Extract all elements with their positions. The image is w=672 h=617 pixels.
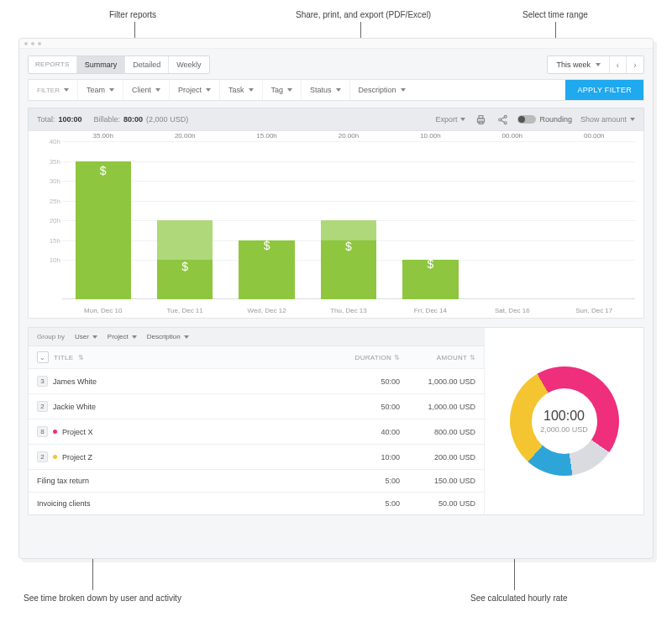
- svg-point-3: [504, 115, 507, 118]
- sort-icon: ⇅: [470, 354, 475, 361]
- annotation-share-export: Share, print, and export (PDF/Excel): [296, 10, 431, 19]
- bar: [566, 298, 622, 299]
- table-row[interactable]: 2Project Z10:00200.00 USD: [29, 445, 484, 470]
- xtick: Wed, Dec 12: [226, 307, 307, 314]
- caret-down-icon: [155, 88, 160, 92]
- filter-tag[interactable]: Tag: [263, 80, 302, 100]
- filter-client[interactable]: Client: [123, 80, 170, 100]
- project-color-dot: [53, 455, 57, 459]
- row-duration: 5:00: [341, 477, 400, 485]
- donut-panel: 100:00 2,000.00 USD: [484, 328, 643, 514]
- caret-down-icon: [249, 88, 254, 92]
- dollar-icon: $: [181, 260, 188, 273]
- caret-down-icon: [401, 88, 406, 92]
- billable-amount: (2,000 USD): [146, 115, 188, 124]
- annotation-time-range: Select time range: [522, 10, 588, 19]
- filter-team[interactable]: Team: [78, 80, 123, 100]
- groupby-user[interactable]: User: [75, 333, 97, 340]
- caret-down-icon: [132, 335, 137, 339]
- table-header: ⌄ TITLE ⇅ DURATION ⇅ AMOUNT ⇅: [29, 346, 484, 369]
- project-color-dot: [53, 430, 57, 434]
- th-amount[interactable]: AMOUNT: [437, 354, 467, 361]
- bar-col: 20.00h$: [307, 141, 389, 299]
- annotation-hourly-rate: See calculated hourly rate: [470, 593, 568, 603]
- annotation-filter-reports: Filter reports: [109, 10, 156, 19]
- dollar-icon: $: [264, 239, 270, 252]
- time-range-button[interactable]: This week: [548, 56, 610, 73]
- th-title[interactable]: TITLE: [54, 354, 73, 361]
- report-tabs: REPORTS Summary Detailed Weekly: [28, 55, 210, 74]
- ytick: 25h: [50, 197, 60, 204]
- window-titlebar: [19, 39, 653, 49]
- table-row[interactable]: 8Project X40:00800.00 USD: [29, 419, 484, 445]
- row-duration: 10:00: [341, 453, 400, 461]
- app-window: REPORTS Summary Detailed Weekly This wee…: [18, 38, 654, 559]
- bar-value-label: 00.00h: [584, 132, 604, 140]
- annotation-breakdown: See time broken down by user and activit…: [24, 593, 181, 603]
- time-range-selector: This week ‹ ›: [547, 55, 644, 74]
- next-range-button[interactable]: ›: [627, 56, 643, 73]
- row-name: Project Z: [62, 453, 92, 461]
- sort-icon: ⇅: [78, 354, 84, 361]
- row-amount: 1,000.00 USD: [400, 377, 475, 386]
- th-duration[interactable]: DURATION: [355, 354, 392, 361]
- bar-value-label: 20.00h: [175, 132, 195, 140]
- svg-point-4: [499, 119, 501, 121]
- expand-all-button[interactable]: ⌄: [37, 351, 49, 363]
- table-row[interactable]: 2Jackie White50:001,000.00 USD: [29, 394, 484, 419]
- caret-down-icon: [630, 118, 635, 121]
- filter-status[interactable]: Status: [302, 80, 350, 100]
- rounding-toggle[interactable]: Rounding: [517, 115, 572, 124]
- bar: $: [157, 220, 213, 299]
- donut-chart: 100:00 2,000.00 USD: [510, 367, 619, 476]
- caret-down-icon: [92, 335, 97, 339]
- groupby-description[interactable]: Description: [147, 333, 189, 340]
- ytick: 35h: [50, 157, 60, 165]
- row-amount: 200.00 USD: [400, 453, 475, 461]
- bar-value-label: 15.00h: [256, 132, 276, 140]
- groupby-label: Group by: [37, 333, 65, 340]
- xtick: Sat, Dec 16: [471, 307, 553, 314]
- tab-weekly[interactable]: Weekly: [169, 56, 208, 73]
- filter-project[interactable]: Project: [170, 80, 220, 100]
- bar-value-label: 10.00h: [420, 132, 440, 140]
- row-name: Filing tax return: [37, 477, 89, 485]
- xtick: Thu, Dec 13: [307, 307, 389, 314]
- table-row[interactable]: 3James White50:001,000.00 USD: [29, 369, 484, 394]
- bar: [485, 298, 540, 299]
- chart-xaxis: Mon, Dec 10Tue, Dec 11Wed, Dec 12Thu, De…: [62, 307, 635, 314]
- share-icon[interactable]: [496, 113, 509, 125]
- svg-point-5: [504, 121, 507, 124]
- row-name: Jackie White: [53, 403, 96, 411]
- dollar-icon: $: [427, 257, 433, 271]
- dollar-icon: $: [100, 164, 107, 177]
- filter-description[interactable]: Description: [350, 80, 566, 100]
- count-badge: 3: [37, 376, 48, 387]
- groupby-project[interactable]: Project: [108, 333, 137, 340]
- show-amount-button[interactable]: Show amount: [580, 113, 635, 125]
- donut-center-value: 100:00: [543, 409, 585, 424]
- tab-detailed[interactable]: Detailed: [125, 56, 169, 73]
- total-value: 100:00: [59, 115, 82, 124]
- ytick: 10h: [50, 256, 60, 264]
- apply-filter-button[interactable]: APPLY FILTER: [565, 80, 643, 100]
- table-row[interactable]: Invoicing clients5:0050.00 USD: [29, 493, 484, 514]
- table-row[interactable]: Filing tax return5:00150.00 USD: [29, 470, 484, 493]
- xtick: Fri, Dec 14: [390, 307, 471, 314]
- filter-task[interactable]: Task: [220, 80, 263, 100]
- hours-chart: 40h35h30h25h20h15h10h 35.00h$20.00h$15.0…: [28, 130, 644, 319]
- prev-range-button[interactable]: ‹: [610, 56, 627, 73]
- bar-value-label: 00.00h: [502, 132, 522, 140]
- row-amount: 1,000.00 USD: [400, 403, 475, 411]
- tab-summary[interactable]: Summary: [77, 56, 126, 73]
- count-badge: 2: [37, 401, 48, 412]
- filter-label: FILTER: [29, 80, 78, 100]
- bar-col: 00.00h: [554, 141, 635, 299]
- bar: $: [402, 260, 458, 299]
- print-icon[interactable]: [474, 113, 487, 125]
- toggle-icon: [517, 115, 536, 124]
- row-duration: 50:00: [341, 377, 400, 386]
- totals-bar: Total: 100:00 Billable: 80:00 (2,000 USD…: [28, 108, 644, 130]
- export-button[interactable]: Export: [435, 113, 465, 125]
- group-by-bar: Group by User Project Description: [29, 328, 484, 346]
